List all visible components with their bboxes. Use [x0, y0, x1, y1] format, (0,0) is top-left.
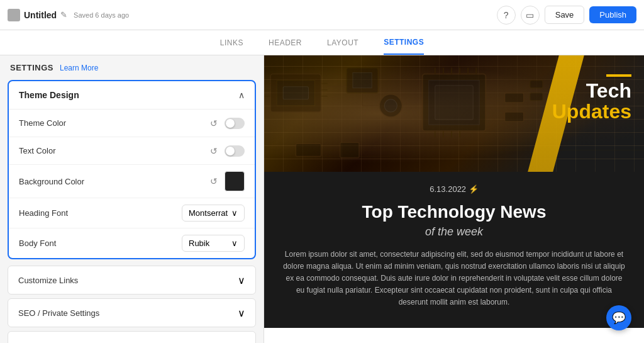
body-font-chevron: ∨ — [231, 239, 238, 248]
body-font-controls: Rubik ∨ — [182, 235, 245, 252]
preview-container: Tech Updates 6.13.2022 ⚡ Top Technology … — [264, 55, 644, 343]
heading-font-dropdown[interactable]: Montserrat ∨ — [182, 205, 245, 222]
body-font-value: Rubik — [189, 239, 209, 248]
advanced-label: Advanced Settings — [18, 341, 86, 344]
help-button[interactable]: ? — [497, 6, 516, 25]
article-title: Top Technology News — [283, 201, 625, 223]
panel-title: SETTINGS — [10, 63, 53, 72]
theme-color-row: Theme Color ↺ — [9, 110, 255, 137]
accordion-seo-header: SEO / Private Settings ∨ — [18, 299, 245, 327]
bg-color-swatch[interactable] — [225, 171, 245, 191]
chat-bubble[interactable]: 💬 — [606, 305, 631, 330]
seo-label: SEO / Private Settings — [18, 308, 99, 318]
nav-tabs: LINKS HEADER LAYOUT SETTINGS — [0, 30, 644, 55]
bg-color-controls: ↺ — [207, 171, 245, 191]
seo-chevron: ∨ — [238, 307, 245, 319]
svg-rect-35 — [296, 143, 321, 156]
tab-links[interactable]: LINKS — [220, 30, 243, 55]
main-layout: SETTINGS Learn More Theme Design ∧ Theme… — [0, 55, 644, 343]
accordion-seo[interactable]: SEO / Private Settings ∨ — [8, 298, 256, 327]
panel-header: SETTINGS Learn More — [0, 55, 264, 77]
article-date: 6.13.2022 ⚡ — [283, 184, 625, 194]
body-font-dropdown[interactable]: Rubik ∨ — [182, 235, 245, 252]
topbar-left: Untitled ✎ Saved 6 days ago — [8, 9, 317, 21]
svg-rect-2 — [283, 87, 308, 99]
svg-rect-31 — [530, 81, 543, 88]
tab-layout[interactable]: LAYOUT — [327, 30, 358, 55]
theme-color-controls: ↺ — [207, 116, 245, 130]
theme-design-title: Theme Design — [19, 90, 79, 100]
text-color-toggle[interactable] — [225, 145, 245, 157]
card-header: Theme Design ∧ — [9, 81, 255, 110]
article-subtitle: of the week — [283, 225, 625, 239]
saved-text: Saved 6 days ago — [74, 11, 129, 19]
accordion-customize-links-header: Customize Links ∨ — [18, 266, 245, 294]
article-content: 6.13.2022 ⚡ Top Technology News of the w… — [264, 172, 644, 328]
bg-color-row: Background Color ↺ — [9, 165, 255, 198]
heading-font-value: Montserrat — [189, 208, 228, 218]
svg-rect-32 — [530, 93, 543, 101]
tab-header[interactable]: HEADER — [269, 30, 302, 55]
site-favicon — [8, 9, 20, 21]
help-icon: ? — [504, 10, 509, 20]
customize-links-chevron: ∨ — [238, 274, 245, 286]
heading-font-label: Heading Font — [19, 208, 182, 218]
text-color-label: Text Color — [19, 146, 207, 155]
heading-font-row: Heading Font Montserrat ∨ — [9, 198, 255, 228]
text-color-controls: ↺ — [207, 144, 245, 158]
hero-text: Tech Updates — [552, 74, 631, 123]
svg-rect-10 — [353, 73, 372, 88]
svg-rect-30 — [505, 112, 524, 121]
theme-color-reset[interactable]: ↺ — [207, 116, 221, 130]
heading-font-chevron: ∨ — [231, 208, 238, 218]
collapse-icon[interactable]: ∧ — [238, 90, 245, 100]
theme-color-label: Theme Color — [19, 118, 207, 128]
hero-tech-label: Tech — [552, 81, 631, 101]
svg-rect-29 — [505, 93, 524, 103]
hero-image: Tech Updates — [264, 55, 644, 172]
theme-design-card: Theme Design ∧ Theme Color ↺ Text Color … — [8, 80, 256, 259]
customize-links-label: Customize Links — [18, 276, 78, 285]
theme-color-toggle[interactable] — [225, 118, 245, 129]
learn-more-link[interactable]: Learn More — [60, 64, 98, 72]
article-body: Lorem ipsum dolor sit amet, consectetur … — [283, 249, 625, 309]
bg-color-label: Background Color — [19, 177, 207, 186]
advanced-chevron: ∨ — [238, 340, 245, 344]
monitor-icon: ▭ — [526, 10, 534, 20]
chat-icon: 💬 — [612, 311, 626, 325]
left-panel: SETTINGS Learn More Theme Design ∧ Theme… — [0, 55, 264, 343]
text-color-reset[interactable]: ↺ — [207, 144, 221, 158]
edit-icon[interactable]: ✎ — [60, 10, 67, 20]
topbar: Untitled ✎ Saved 6 days ago ? ▭ Save Pub… — [0, 0, 644, 30]
save-button[interactable]: Save — [545, 6, 585, 24]
body-font-label: Body Font — [19, 239, 182, 248]
bg-color-reset[interactable]: ↺ — [207, 174, 221, 188]
svg-rect-36 — [340, 142, 359, 157]
lightning-icon: ⚡ — [469, 184, 479, 194]
right-panel: Tech Updates 6.13.2022 ⚡ Top Technology … — [264, 55, 644, 343]
hero-updates-label: Updates — [552, 101, 631, 123]
body-font-row: Body Font Rubik ∨ — [9, 228, 255, 258]
heading-font-controls: Montserrat ∨ — [182, 205, 245, 222]
svg-rect-18 — [435, 86, 473, 120]
site-title: Untitled — [24, 10, 57, 20]
svg-point-12 — [384, 99, 397, 112]
accordion-advanced-header: Advanced Settings ∨ — [18, 332, 245, 343]
text-color-row: Text Color ↺ — [9, 137, 255, 165]
hero-dash — [606, 74, 631, 77]
publish-button[interactable]: Publish — [589, 6, 636, 23]
monitor-button[interactable]: ▭ — [521, 6, 540, 25]
tab-settings[interactable]: SETTINGS — [384, 30, 424, 55]
topbar-right: ? ▭ Save Publish — [327, 6, 636, 25]
accordion-advanced[interactable]: Advanced Settings ∨ — [8, 331, 256, 343]
accordion-customize-links[interactable]: Customize Links ∨ — [8, 266, 256, 295]
